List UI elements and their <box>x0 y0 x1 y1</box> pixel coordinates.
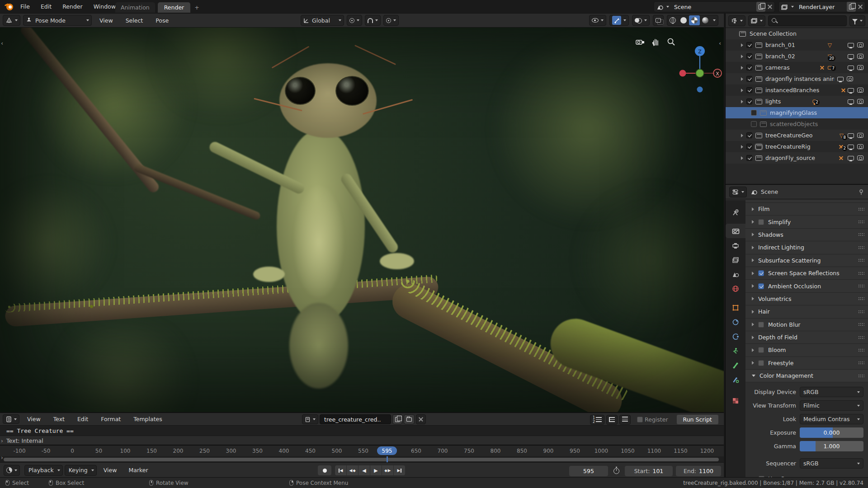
expand-icon[interactable] <box>741 77 743 81</box>
panel-color-management[interactable]: Color Management <box>745 370 868 382</box>
region-expand-chevron[interactable]: › <box>1 438 3 444</box>
tab-constraints[interactable] <box>726 315 745 329</box>
text-copy-button[interactable] <box>392 414 402 424</box>
timeline-menu-view[interactable]: View <box>99 467 122 474</box>
render-visibility-icon[interactable] <box>857 133 863 138</box>
expand-icon[interactable] <box>741 145 743 149</box>
viewport-visibility-icon[interactable] <box>848 156 854 160</box>
start-frame-field[interactable]: Start: 101 <box>625 466 673 476</box>
text-content-line[interactable]: == Tree Creature == <box>0 426 724 436</box>
render-layer-browse-button[interactable] <box>779 2 796 12</box>
panel-bloom[interactable]: Bloom <box>745 344 868 357</box>
expand-icon[interactable] <box>741 55 743 58</box>
viewport-menu-pose[interactable]: Pose <box>151 17 174 24</box>
tab-world[interactable] <box>726 282 745 296</box>
outliner-editor-type-button[interactable] <box>728 15 745 26</box>
collection-checkbox[interactable] <box>746 42 752 48</box>
text-menu-format[interactable]: Format <box>96 416 126 422</box>
tab-object-data-armature[interactable] <box>726 344 745 358</box>
panel-volumetrics[interactable]: Volumetrics <box>745 293 868 305</box>
scene-browse-button[interactable] <box>654 2 671 12</box>
text-name-field[interactable]: tree_creature_cred.. <box>320 414 391 424</box>
use-preview-range-toggle[interactable] <box>611 465 622 476</box>
shading-material-button[interactable] <box>689 15 700 25</box>
viewport-visibility-icon[interactable] <box>848 88 854 93</box>
expand-icon[interactable] <box>741 89 743 92</box>
add-workspace-button[interactable]: + <box>190 2 203 13</box>
expand-icon[interactable] <box>741 66 743 70</box>
record-button[interactable] <box>318 465 331 475</box>
tab-animation[interactable]: Animation <box>115 2 155 13</box>
viewport-3d[interactable]: Pose Mode View Select Pose Global <box>0 14 724 412</box>
tab-view-layer[interactable] <box>726 253 745 267</box>
viewport-visibility-icon[interactable] <box>848 54 854 59</box>
exposure-slider[interactable]: 0.000 <box>800 427 863 438</box>
collection-checkbox[interactable] <box>746 144 752 150</box>
render-visibility-icon[interactable] <box>857 144 863 149</box>
scene-name-field[interactable]: Scene <box>671 2 756 12</box>
playhead-frame-pill[interactable]: 595 <box>377 446 397 455</box>
viewport-visibility-icon[interactable] <box>848 133 854 138</box>
tab-object[interactable] <box>726 300 745 315</box>
tab-texture[interactable] <box>726 394 745 408</box>
outliner-row-scattered-objects[interactable]: scatteredObjects <box>726 118 868 130</box>
prev-keyframe-button[interactable]: ◀◆ <box>347 465 358 475</box>
freestyle-checkbox[interactable] <box>758 360 764 366</box>
panel-grip[interactable] <box>858 207 864 211</box>
zoom-magnifier-button[interactable] <box>666 37 676 47</box>
timeline-menu-marker[interactable]: Marker <box>123 467 153 474</box>
tab-output[interactable] <box>726 238 745 253</box>
properties-editor-type-button[interactable] <box>729 187 747 197</box>
sequencer-select[interactable]: sRGB <box>800 458 863 469</box>
render-visibility-icon[interactable] <box>857 65 863 70</box>
expand-icon[interactable] <box>741 100 743 103</box>
gizmos-button[interactable] <box>609 15 629 26</box>
panel-grip[interactable] <box>858 233 864 236</box>
region-expand-chevron[interactable]: › <box>1 455 3 461</box>
tab-scene[interactable] <box>726 267 745 282</box>
collection-checkbox[interactable] <box>746 65 752 70</box>
shading-dropdown[interactable] <box>711 15 718 25</box>
outliner-row-dragonfly-source[interactable]: dragonFly_source <box>726 152 868 164</box>
expand-icon[interactable] <box>741 134 743 137</box>
collection-checkbox[interactable] <box>746 76 752 82</box>
jump-to-end-button[interactable]: ▶ <box>394 465 405 475</box>
render-visibility-icon[interactable] <box>857 54 863 59</box>
viewport-visibility-icon[interactable] <box>837 77 844 81</box>
text-menu-view[interactable]: View <box>22 416 46 422</box>
collection-checkbox[interactable] <box>751 121 757 127</box>
menu-render[interactable]: Render <box>57 3 88 10</box>
simplify-checkbox[interactable] <box>758 219 764 225</box>
collection-checkbox[interactable] <box>746 132 752 138</box>
pivot-point-button[interactable] <box>347 15 362 26</box>
panel-grip[interactable] <box>858 284 864 288</box>
shading-rendered-button[interactable] <box>700 15 711 25</box>
gamma-slider[interactable]: 1.000 <box>800 441 863 451</box>
panel-shadows[interactable]: Shadows <box>745 229 868 241</box>
scene-unlink-button[interactable] <box>765 2 774 12</box>
viewport-menu-view[interactable]: View <box>94 17 118 24</box>
word-wrap-toggle[interactable] <box>606 415 618 425</box>
ssr-checkbox[interactable] <box>758 270 764 276</box>
shading-wireframe-button[interactable] <box>667 15 678 25</box>
render-layer-copy-button[interactable] <box>847 2 856 12</box>
outliner-row-cameras[interactable]: cameras 7 <box>726 62 868 73</box>
panel-hair[interactable]: Hair <box>745 305 868 318</box>
viewport-editor-type-button[interactable] <box>3 15 20 26</box>
toolbar-expand-chevron[interactable]: ‹ <box>1 40 3 47</box>
outliner-search-input[interactable] <box>768 15 847 26</box>
motion-blur-checkbox[interactable] <box>758 322 764 328</box>
pin-icon[interactable] <box>858 189 864 195</box>
tab-physics[interactable] <box>726 329 745 344</box>
sidebar-expand-chevron[interactable]: ‹ <box>719 40 721 47</box>
panel-indirect-lighting[interactable]: Indirect Lighting <box>745 241 868 254</box>
register-checkbox[interactable] <box>637 417 643 422</box>
outliner-display-mode-button[interactable] <box>748 15 765 26</box>
text-editor-type-button[interactable] <box>3 414 19 424</box>
overlays-button[interactable] <box>632 15 650 26</box>
text-unlink-button[interactable] <box>416 414 426 424</box>
look-select[interactable]: Medium Contras <box>800 414 863 424</box>
proportional-edit-button[interactable] <box>383 15 399 26</box>
current-frame-field[interactable]: 595 <box>569 466 608 476</box>
text-menu-edit[interactable]: Edit <box>72 416 93 422</box>
